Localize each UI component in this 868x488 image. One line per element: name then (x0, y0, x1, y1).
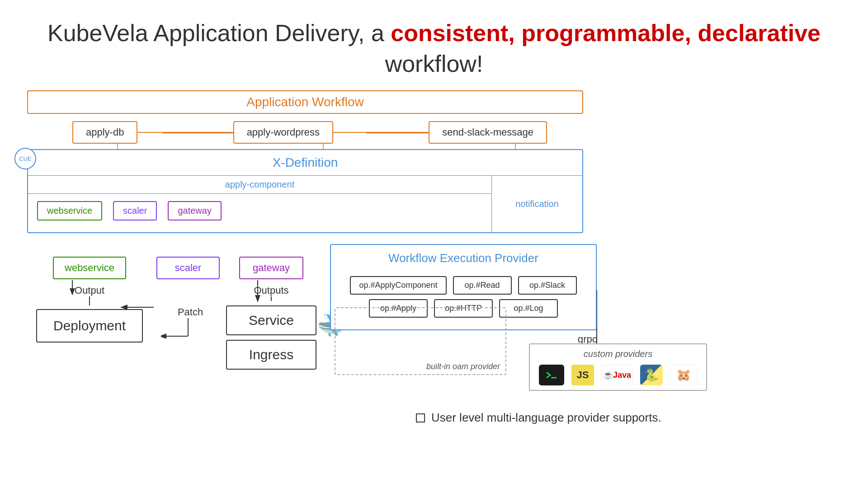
deployment-box: Deployment (36, 309, 143, 343)
wep-header: Workflow Execution Provider (331, 245, 596, 272)
go-icon: 🐹 (670, 365, 697, 385)
ingress-box: Ingress (226, 340, 316, 370)
scaler-box: scaler (156, 257, 220, 279)
step-apply-wordpress: apply-wordpress (233, 121, 333, 144)
component-webservice[interactable]: webservice (37, 201, 102, 221)
op-apply-component: op.#ApplyComponent (350, 276, 446, 295)
provider-icons: JS ☕Java 🐍 🐹 (539, 365, 697, 385)
op-log: op.#Log (499, 299, 558, 318)
checkbox-square (416, 413, 425, 422)
js-icon: JS (571, 365, 594, 385)
apply-component-header: apply-component (28, 176, 491, 194)
step-send-slack: send-slack-message (429, 121, 547, 144)
scaler-deployment-connector (161, 318, 215, 345)
webservice-group: webservice Output Deployment scaler Patc… (36, 257, 220, 345)
app-workflow-box: Application Workflow (27, 90, 583, 114)
builtin-oam-label: built-in oam provider (426, 362, 500, 371)
builtin-oam-box: built-in oam provider (335, 307, 506, 375)
python-icon: 🐍 (640, 365, 663, 385)
webservice-box: webservice (53, 257, 126, 279)
xdef-container: X-Definition apply-component webservice … (27, 149, 583, 233)
xdef-body: apply-component webservice scaler gatewa… (28, 176, 582, 232)
custom-providers-label: custom providers (539, 349, 697, 359)
step-apply-db: apply-db (72, 121, 137, 144)
op-read: op.#Read (453, 276, 512, 295)
app-workflow-label: Application Workflow (246, 95, 363, 109)
user-level-label: User level multi-language provider suppo… (431, 411, 661, 425)
wep-row-1: op.#ApplyComponent op.#Read op.#Slack (338, 276, 589, 295)
notification-section: notification (492, 176, 582, 232)
op-slack: op.#Slack (518, 276, 577, 295)
xdef-header: X-Definition (28, 150, 582, 176)
patch-label: Patch (178, 306, 203, 318)
gateway-group: gateway Outputs Service Ingress (226, 257, 316, 370)
output-label: Output (75, 285, 104, 296)
gateway-box: gateway (239, 257, 303, 279)
java-icon: ☕Java (601, 365, 633, 385)
page-title: KubeVela Application Delivery, a consist… (0, 0, 868, 79)
component-gateway[interactable]: gateway (168, 201, 222, 221)
cue-circle: CUE (14, 148, 36, 169)
diagram: Application Workflow apply-db apply-word… (23, 90, 845, 452)
terminal-icon (539, 365, 564, 385)
apply-component-items: webservice scaler gateway (28, 194, 491, 228)
service-box: Service (226, 305, 316, 335)
outputs-label: Outputs (254, 285, 288, 296)
custom-providers-box: custom providers JS ☕Java 🐍 🐹 (529, 343, 707, 391)
user-level-text: User level multi-language provider suppo… (416, 411, 661, 425)
workflow-steps: apply-db apply-wordpress send-slack-mess… (27, 121, 583, 144)
apply-component-section: apply-component webservice scaler gatewa… (28, 176, 492, 232)
component-scaler[interactable]: scaler (113, 201, 157, 221)
notification-label: notification (512, 195, 562, 213)
